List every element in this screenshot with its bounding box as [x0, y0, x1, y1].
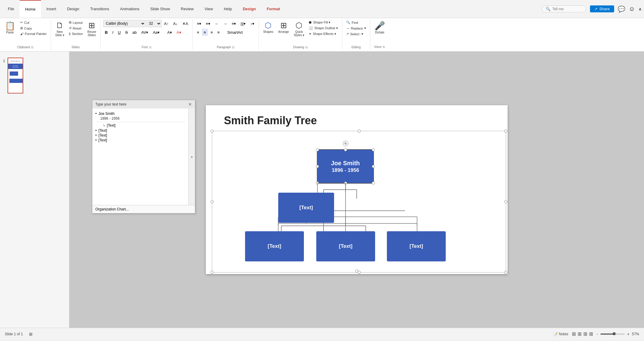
font-name-select[interactable]: Calibri (Body): [103, 20, 145, 27]
tab-transitions[interactable]: Transitions: [85, 0, 115, 18]
second-level-node[interactable]: [Text]: [278, 193, 334, 223]
clear-formatting-button[interactable]: ✕A: [180, 20, 190, 27]
shadow-button[interactable]: ab: [131, 29, 139, 36]
drawing-expand-icon[interactable]: ⊡: [305, 46, 308, 49]
presenter-view-button[interactable]: ⊞: [589, 331, 593, 337]
shape-outline-button[interactable]: ⬜ Shape Outline ▾: [307, 26, 340, 31]
search-input[interactable]: [552, 7, 582, 11]
handle-tr[interactable]: [504, 130, 507, 133]
tab-animations[interactable]: Animations: [115, 0, 145, 18]
decrease-font-size-button[interactable]: A↓: [171, 20, 180, 27]
reset-button[interactable]: ↺ Reset: [67, 26, 84, 31]
paragraph-expand-icon[interactable]: ⊡: [232, 46, 234, 49]
node-handle-tm[interactable]: [344, 148, 347, 151]
text-panel-expand-button[interactable]: ›: [188, 109, 195, 205]
text-panel-header[interactable]: Type your text here ✕: [92, 100, 195, 109]
align-center-button[interactable]: ≡: [202, 29, 208, 36]
handle-br[interactable]: [504, 271, 507, 274]
font-expand-icon[interactable]: ⊡: [149, 46, 151, 49]
bottom-selection-handle[interactable]: [355, 270, 358, 273]
char-spacing-button[interactable]: AV▾: [139, 29, 150, 36]
bottom-right-node[interactable]: [Text]: [387, 231, 446, 261]
dictate-button[interactable]: 🎤 Dictate: [373, 20, 387, 35]
line-spacing-button[interactable]: ≡▾: [230, 20, 238, 27]
tab-insert[interactable]: Insert: [41, 0, 62, 18]
underline-button[interactable]: U: [116, 29, 123, 36]
emoji-icon[interactable]: ☺: [629, 5, 635, 12]
clipboard-expand-icon[interactable]: ⊡: [31, 46, 33, 49]
node-handle-tl[interactable]: [316, 148, 319, 151]
shape-effects-button[interactable]: ✦ Shape Effects ▾: [307, 31, 340, 36]
shape-fill-button[interactable]: ⬟ Shape Fill ▾: [307, 20, 340, 25]
cut-button[interactable]: ✂ Cut: [19, 20, 48, 25]
format-painter-button[interactable]: 🖌 Format Painter: [19, 31, 48, 36]
reading-view-button[interactable]: ⊞: [583, 331, 587, 337]
tab-design-context[interactable]: Design: [237, 0, 261, 18]
comments-icon[interactable]: 💬: [618, 5, 625, 13]
numbering-button[interactable]: ≡▾: [204, 20, 212, 27]
increase-indent-button[interactable]: →: [222, 20, 229, 27]
normal-view-button[interactable]: ⊞: [572, 331, 576, 337]
share-button[interactable]: ↗ Share: [590, 5, 614, 12]
bold-button[interactable]: B: [103, 29, 110, 36]
bottom-left-node[interactable]: [Text]: [245, 231, 304, 261]
decrease-indent-button[interactable]: ←: [213, 20, 221, 27]
shapes-button[interactable]: ⬡ Shapes: [261, 20, 275, 34]
columns-button[interactable]: |||▾: [239, 20, 247, 27]
layout-button[interactable]: ⊞ Layout: [67, 20, 84, 25]
node-handle-mr[interactable]: [372, 165, 375, 168]
copy-button[interactable]: ⊞ Copy: [19, 26, 48, 31]
slide-canvas[interactable]: Smith Family Tree: [206, 105, 508, 274]
rotation-handle[interactable]: ↻: [343, 141, 348, 146]
section-button[interactable]: § Section: [67, 31, 84, 36]
text-panel-close-button[interactable]: ✕: [188, 102, 192, 107]
node-handle-tr[interactable]: [372, 148, 375, 151]
italic-button[interactable]: I: [110, 29, 115, 36]
select-button[interactable]: ↗ Select -▾: [345, 31, 367, 36]
minimize-ribbon-btn[interactable]: ∧: [383, 45, 385, 49]
handle-bl[interactable]: [211, 271, 214, 274]
tab-help[interactable]: Help: [218, 0, 238, 18]
text-direction-button[interactable]: ↕▾: [248, 20, 256, 27]
accessibility-icon[interactable]: ⊞: [29, 332, 33, 336]
bullets-button[interactable]: ≡▾: [195, 20, 203, 27]
strikethrough-button[interactable]: S: [123, 29, 130, 36]
slide-thumbnail[interactable]: Smith Family Tree Joe Smith1896-1956: [8, 58, 23, 93]
smartart-button[interactable]: SmartArt: [225, 29, 244, 36]
reuse-slides-button[interactable]: ⊞ ReuseSlides: [86, 20, 98, 38]
zoom-in-button[interactable]: +: [627, 332, 630, 336]
zoom-slider[interactable]: [601, 333, 625, 335]
replace-button[interactable]: ↔ Replace ▾: [345, 26, 367, 31]
justify-button[interactable]: ≡: [215, 29, 222, 36]
node-handle-bl[interactable]: [316, 182, 319, 185]
node-handle-br[interactable]: [372, 182, 375, 185]
tab-home[interactable]: Home: [20, 0, 41, 18]
zoom-slider-thumb[interactable]: [613, 332, 616, 335]
organization-chart-button[interactable]: Organization Chart...: [92, 205, 195, 213]
zoom-out-button[interactable]: -: [597, 332, 598, 336]
zoom-level[interactable]: 57%: [632, 332, 639, 336]
root-node[interactable]: ↻ Joe Smith 1896 - 1956: [317, 150, 373, 183]
tab-design[interactable]: Design: [62, 0, 84, 18]
font-size-select[interactable]: 32: [146, 20, 161, 27]
font-color-button[interactable]: A▾: [175, 29, 183, 36]
align-left-button[interactable]: ≡: [195, 29, 201, 36]
minimize-ribbon-icon[interactable]: ∧: [639, 7, 642, 11]
handle-tl[interactable]: [211, 130, 214, 133]
node-handle-bm[interactable]: [344, 182, 347, 185]
handle-tm[interactable]: [358, 130, 361, 133]
tab-review[interactable]: Review: [175, 0, 199, 18]
highlight-color-button[interactable]: A▾: [165, 29, 174, 36]
find-button[interactable]: 🔍 Find: [345, 20, 367, 25]
node-handle-ml[interactable]: [316, 165, 319, 168]
increase-font-size-button[interactable]: A↑: [162, 20, 171, 27]
tab-file[interactable]: File: [2, 0, 20, 18]
new-slide-button[interactable]: 🗋 NewSlide ▾: [53, 20, 66, 38]
bottom-center-node[interactable]: [Text]: [316, 231, 375, 261]
change-case-button[interactable]: Aa▾: [151, 29, 161, 36]
handle-ml[interactable]: [211, 200, 214, 203]
notes-button[interactable]: 📝 Notes: [553, 332, 568, 336]
align-right-button[interactable]: ≡: [209, 29, 215, 36]
quick-styles-button[interactable]: ⬡ QuickStyles ▾: [292, 20, 306, 38]
slide-sorter-button[interactable]: ⊞: [578, 331, 582, 337]
